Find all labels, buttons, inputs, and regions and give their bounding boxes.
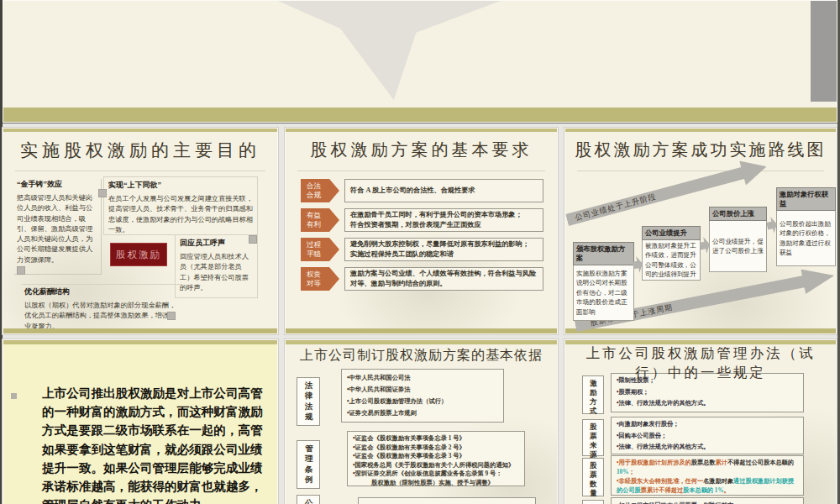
rule-segment: 1% [713, 487, 724, 494]
slide-title-line1: 上市公司股权激励管理办法（试 [565, 344, 836, 363]
box-body: 把高级管理人员和关键岗位人员的收入、利益与公司业绩表现相结合，吸引、保留、激励高… [17, 193, 98, 265]
slide-top-band [3, 129, 277, 132]
basis-item: 股权激励（限制性股票）实施、授予与调整》 [353, 479, 519, 488]
label-line: 平稳 [307, 249, 339, 259]
basis-box-company-cropped [358, 497, 536, 504]
rule-segment: •用于股权激励计划所涉及的 [617, 459, 691, 466]
requirement-row: 有益 有利 在激励骨干员工同时，有利于提升公司的资本市场形象； 符合投资者预期，… [301, 208, 543, 232]
rule-segment: 累计 [716, 459, 727, 466]
slide-title-line2: 行）中的一些规定 [565, 364, 836, 382]
step-body: 公司股价超出激励对象的行权价格，激励对象通过行权获益 [776, 211, 836, 266]
step-body: 实施股权激励方案说明公司对长期股价有信心，对二级市场的股价造成正面影响 [573, 265, 634, 321]
title-divider [577, 171, 824, 171]
requirement-text-box: 在激励骨干员工同时，有利于提升公司的资本市场形象； 符合投资者预期，对股价表现产… [344, 208, 543, 232]
rules-item: •法律、行政法规允许的其他方式。 [617, 442, 798, 454]
box-heading: 回应员工呼声 [180, 238, 253, 249]
label-line: 合规 [307, 191, 339, 200]
roadmap-step-announce: 颁布股权激励方案 实施股权激励方案说明公司对长期股价有信心，对二级市场的股价造成… [573, 242, 634, 321]
slides-overview-grid: 实施股权激励的主要目的 “金手铐”效应 把高级管理人员和关键岗位人员的收入、利益… [0, 0, 840, 504]
roadmap-step-exercise-gain: 激励对象行权获益 公司股价超出激励对象的行权价格，激励对象通过行权获益 [776, 187, 836, 266]
basis-label-laws: 法律法规 [297, 377, 320, 426]
step-heading: 颁布股权激励方案 [573, 242, 634, 265]
rule-segment: 股本总额的 [683, 487, 713, 494]
rule-segment: 股票总数 [691, 459, 716, 466]
slide-top-band [286, 340, 557, 344]
step-heading: 公司业绩提升 [642, 226, 701, 240]
rules-item: •股票期权； [617, 387, 798, 399]
basis-label-company-cropped: 公 [297, 495, 320, 504]
basis-item: •中华人民共和国证券法 [347, 384, 498, 396]
rules-box-share-quantity: •用于股权激励计划所涉及的股票总数累计不得超过公司股本总额的 10%； •非经股… [611, 455, 804, 496]
requirement-text: 符合 A 股上市公司的合法性、合规性要求 [350, 186, 538, 196]
slide-rules[interactable]: 上市公司股权激励管理办法（试 行）中的一些规定 激励方式 •限制性股票； •股票… [564, 339, 837, 504]
basis-item: •证监会《股权激励有关事项备忘录 2 号》 [353, 444, 519, 453]
requirement-text-box: 符合 A 股上市公司的合法性、合规性要求 [344, 179, 543, 202]
rules-box-share-sources: •向激励对象发行股份； •回购本公司股份； •法律、行政法规允许的其他方式。 [611, 417, 804, 454]
purpose-box-respond: 回应员工呼声 回应管理人员和技术人员（尤其是部分老员工）希望持有公司股票的呼声。 [175, 234, 258, 298]
slide-title: 股权激励方案的基本要求 [286, 139, 557, 161]
requirement-row: 过程 平稳 避免削弱大股东控制权，尽量降低对原有股东利益的影响； 实施过程保持员… [301, 238, 543, 261]
basis-item: •中华人民共和国公司法 [347, 372, 498, 384]
animation-order-badge [18, 267, 24, 274]
purpose-box-optimize: 优化薪酬结构 以股权（期权）代替对激励对象的部分现金薪酬，优化员工的薪酬结构，提… [22, 284, 183, 331]
rules-item: •法律、行政法规允许的其他方式。 [617, 398, 798, 410]
slide-top-cropped[interactable] [3, 0, 837, 123]
placeholder-bullet-icon [11, 393, 17, 399]
requirement-text: 激励方案与公司业绩、个人绩效等有效挂钩，符合利益与风险 [350, 269, 538, 279]
slide-footer-band [565, 328, 836, 333]
quantity-rule-line1: •用于股权激励计划所涉及的股票总数累计不得超过公司股本总额的 10%； [617, 459, 798, 477]
rule-segment: •非经股东大会特别批准，任何一 [617, 478, 703, 485]
rules-item: •向激励对象发行股份； [617, 419, 798, 431]
rule-segment: 名激励对象 [703, 478, 733, 485]
slide-requirements[interactable]: 股权激励方案的基本要求 合法 合规 符合 A 股上市公司的合法性、合规性要求 有… [285, 128, 558, 334]
requirement-label-arrow: 过程 平稳 [301, 238, 339, 261]
box-heading: 实现“上下同欲” [108, 180, 253, 191]
rule-segment: 不得超过公司股本总额的 [727, 459, 794, 466]
label-line: 对等 [307, 279, 339, 288]
slide-top-band [3, 340, 277, 344]
rule-segment: 10% [617, 469, 628, 475]
slide-basis[interactable]: 上市公司制订股权激励方案的基本依据 法律法规 •中华人民共和国公司法 •中华人民… [285, 339, 558, 504]
rules-item: •如从二级市场回购本公司股票，则随行就市， [617, 501, 798, 504]
label-line: 过程 [307, 240, 339, 249]
title-divider [15, 171, 265, 171]
summary-paragraph: 上市公司推出股权激励是对上市公司高管的一种财富的激励方式，而这种财富激励方式是要… [42, 384, 272, 504]
basis-item: •证监会《股权激励有关事项备忘录 3 号》 [353, 452, 519, 461]
box-body: 在员工个人发展与公司发展之间建立直接关联，提高管理人员、技术骨干、业务骨干的归属… [108, 194, 253, 235]
purpose-box-alignment: 实现“上下同欲” 在员工个人发展与公司发展之间建立直接关联，提高管理人员、技术骨… [103, 176, 258, 235]
slide-top-band [286, 129, 557, 132]
requirement-text: 对等、激励与制约结合的原则。 [350, 279, 538, 289]
animation-order-badge [249, 236, 256, 243]
roadmap-step-stock-rise: 公司股价上涨 公司业绩提升，促进了公司股价上涨 [709, 207, 767, 272]
requirement-text: 符合投资者预期，对股价表现产生正面效应 [350, 220, 538, 230]
label-line: 权责 [307, 270, 339, 279]
requirement-text: 在激励骨干员工同时，有利于提升公司的资本市场形象； [350, 210, 538, 220]
rule-segment: 票累计不得超过 [641, 487, 683, 494]
requirement-row: 权责 对等 激励方案与公司业绩、个人绩效等有效挂钩，符合利益与风险 对等、激励与… [301, 267, 543, 291]
slide-roadmap[interactable]: 股权激励方案成功实施路线图 公司业绩处于上升阶段 股票市场处于上涨周期 颁布股权… [564, 128, 837, 334]
basis-item: •深圳证券交易所《创业板信息披露业务备忘录第 9 号： [353, 470, 519, 479]
rules-item: •回购本公司股份； [617, 431, 798, 443]
basis-box-regulations: •证监会《股权激励有关事项备忘录 1 号》 •证监会《股权激励有关事项备忘录 2… [347, 431, 525, 486]
box-body: 以股权（期权）代替对激励对象的部分现金薪酬，优化员工的薪酬结构，提高整体激励效果… [24, 301, 181, 332]
quantity-rule-line2: •非经股东大会特别批准，任何一名激励对象通过股权激励计划获授的公司股票累计不得超… [617, 477, 798, 496]
roadmap-step-performance: 公司业绩提升 被激励对象提升工作绩效，进而提升公司整体绩效，公司的业绩得到提升 [642, 226, 701, 281]
rules-box-buyback-cropped: •如从二级市场回购本公司股票，则随行就市， [611, 497, 804, 504]
requirement-label-arrow: 权责 对等 [301, 267, 339, 291]
step-body: 被激励对象提升工作绩效，进而提升公司整体绩效，公司的业绩得到提升 [642, 240, 701, 281]
slide-purpose[interactable]: 实施股权激励的主要目的 “金手铐”效应 把高级管理人员和关键岗位人员的收入、利益… [3, 128, 278, 334]
box-heading: “金手铐”效应 [17, 179, 98, 190]
requirement-text-box: 避免削弱大股东控制权，尽量降低对原有股东利益的影响； 实施过程保持员工团队的稳定… [344, 238, 543, 261]
slide-summary[interactable]: 上市公司推出股权激励是对上市公司高管的一种财富的激励方式，而这种财富激励方式是要… [3, 339, 278, 504]
marble-decoration-icon [278, 1, 501, 100]
rule-segment: ； [628, 469, 634, 475]
box-heading: 优化薪酬结构 [24, 286, 181, 297]
requirement-label-arrow: 合法 合规 [301, 179, 339, 202]
box-body: 回应管理人员和技术人员（尤其是部分老员工）希望持有公司股票的呼声。 [180, 252, 253, 293]
slide-footer-band [3, 328, 277, 333]
basis-item: •证券交易所股票上市规则 [347, 407, 498, 419]
marble-corner-decoration-icon [811, 1, 837, 102]
slide-top-band [565, 129, 836, 132]
requirement-label-arrow: 有益 有利 [301, 208, 339, 232]
equity-incentive-center-box: 股权激励 [110, 243, 167, 266]
